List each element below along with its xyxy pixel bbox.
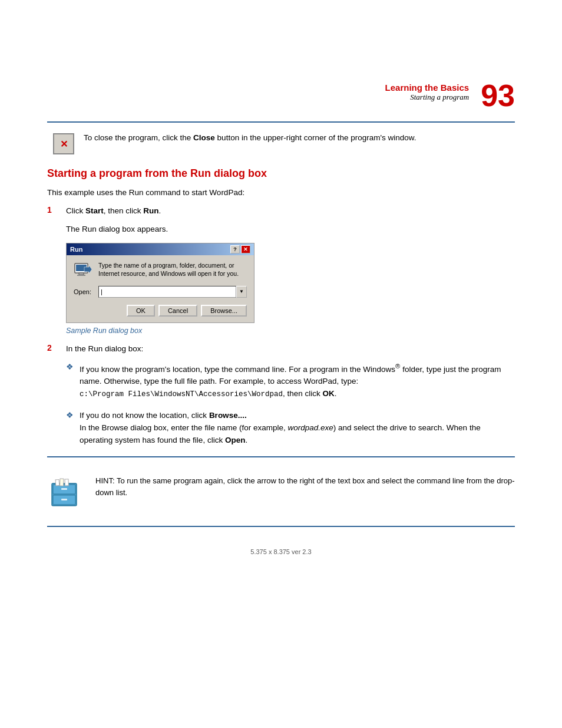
step-1-number: 1 bbox=[47, 205, 64, 215]
svg-rect-7 bbox=[61, 488, 67, 490]
close-icon-box: ✕ bbox=[53, 133, 74, 154]
dialog-open-input[interactable]: | bbox=[98, 286, 236, 298]
dialog-body: Type the name of a program, folder, docu… bbox=[67, 255, 254, 322]
dialog-open-label: Open: bbox=[74, 288, 98, 295]
step-1-text: Click Start, then click Run. bbox=[66, 205, 161, 218]
dialog-dropdown-btn[interactable]: ▼ bbox=[236, 286, 247, 298]
dialog-browse-btn[interactable]: Browse... bbox=[201, 305, 247, 317]
bottom-rule-top bbox=[47, 456, 515, 457]
dialog-ok-btn[interactable]: OK bbox=[127, 305, 155, 317]
run-icon bbox=[74, 261, 92, 280]
step-1: 1 Click Start, then click Run. bbox=[47, 205, 515, 218]
svg-rect-11 bbox=[60, 479, 64, 486]
section-title: Starting a program from the Run dialog b… bbox=[47, 167, 515, 180]
hint-text: HINT: To run the same program again, cli… bbox=[95, 475, 515, 498]
dialog-help-btn[interactable]: ? bbox=[230, 245, 240, 253]
header-subtitle: Starting a program bbox=[385, 93, 470, 102]
run-dialog-screenshot: Run ? ✕ bbox=[66, 243, 254, 323]
svg-rect-10 bbox=[55, 480, 59, 486]
step-1-subtext: The Run dialog box appears. bbox=[66, 223, 515, 236]
dialog-titlebar: Run ? ✕ bbox=[67, 243, 254, 255]
step-2: 2 In the Run dialog box: bbox=[47, 343, 515, 355]
content-area: ✕ To close the program, click the Close … bbox=[0, 132, 562, 447]
hint-box: HINT: To run the same program again, cli… bbox=[0, 467, 562, 516]
step-2-number: 2 bbox=[47, 343, 64, 353]
step-2-text: In the Run dialog box: bbox=[66, 343, 143, 355]
dialog-icon-row: Type the name of a program, folder, docu… bbox=[74, 261, 247, 280]
svg-rect-9 bbox=[61, 499, 67, 500]
footer-text: 5.375 x 8.375 ver 2.3 bbox=[250, 548, 311, 555]
intro-text: This example uses the Run command to sta… bbox=[47, 187, 515, 199]
page-footer: 5.375 x 8.375 ver 2.3 bbox=[0, 536, 562, 561]
dialog-close-btn[interactable]: ✕ bbox=[241, 245, 250, 253]
close-note-text: To close the program, click the Close bu… bbox=[84, 132, 416, 144]
bullet-diamond-icon-2: ❖ bbox=[66, 410, 74, 420]
hint-icon bbox=[47, 475, 85, 508]
svg-rect-3 bbox=[77, 275, 85, 276]
close-x-icon: ✕ bbox=[60, 139, 68, 150]
page-header: Learning the Basics Starting a program 9… bbox=[0, 0, 562, 117]
page-number: 93 bbox=[481, 80, 515, 111]
dialog-buttons-row: OK Cancel Browse... bbox=[74, 305, 247, 317]
chapter-title: Learning the Basics bbox=[385, 83, 470, 93]
bullet-1-text: If you know the program's location, type… bbox=[80, 361, 515, 401]
dialog-open-row: Open: | ▼ bbox=[74, 286, 247, 298]
bullet-item-2: ❖ If you do not know the location, click… bbox=[66, 410, 515, 447]
bullet-item-1: ❖ If you know the program's location, ty… bbox=[66, 361, 515, 401]
dialog-caption: Sample Run dialog box bbox=[66, 327, 515, 335]
dialog-cancel-btn[interactable]: Cancel bbox=[158, 305, 197, 317]
close-note: ✕ To close the program, click the Close … bbox=[47, 132, 515, 154]
top-rule bbox=[47, 121, 515, 123]
dialog-titlebar-buttons: ? ✕ bbox=[230, 245, 250, 253]
bullet-2-text: If you do not know the location, click B… bbox=[80, 410, 515, 447]
bottom-rule-bottom bbox=[47, 526, 515, 527]
bullet-diamond-icon: ❖ bbox=[66, 362, 74, 372]
svg-rect-12 bbox=[65, 479, 68, 486]
dialog-title-text: Run bbox=[70, 246, 82, 253]
page-container: Learning the Basics Starting a program 9… bbox=[0, 0, 562, 728]
dialog-desc-text: Type the name of a program, folder, docu… bbox=[98, 261, 247, 278]
header-text-block: Learning the Basics Starting a program bbox=[385, 83, 470, 102]
svg-rect-2 bbox=[79, 273, 84, 275]
